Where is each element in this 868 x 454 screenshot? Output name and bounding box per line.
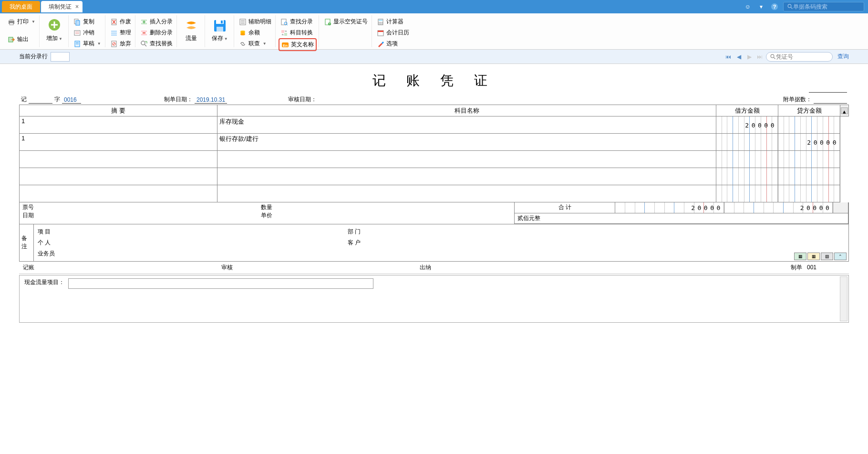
calculator-button[interactable]: 计算器: [375, 16, 411, 27]
cell-debit[interactable]: [716, 151, 778, 168]
svg-point-33: [240, 33, 245, 35]
coins-icon: [239, 29, 247, 37]
show-empty-button[interactable]: ?显示空凭证号: [322, 16, 370, 27]
search-list-icon: [280, 18, 288, 26]
en-icon: En: [281, 41, 289, 49]
svg-rect-38: [284, 33, 287, 36]
aux-detail-button[interactable]: 辅助明细: [237, 16, 273, 27]
balance-button[interactable]: 余额: [237, 27, 273, 38]
cell-credit[interactable]: [778, 151, 840, 168]
cell-credit[interactable]: [778, 116, 840, 134]
cell-debit[interactable]: [716, 134, 778, 151]
sub-header: 当前分录行 ⏮ ◀ ▶ ⏭ 查询: [0, 50, 868, 64]
empty-doc-icon: ?: [324, 18, 331, 26]
voucher-number[interactable]: 0016: [62, 96, 81, 104]
barcode-search[interactable]: [783, 2, 864, 11]
delete-row-icon: [140, 29, 148, 37]
svg-point-2: [788, 4, 791, 8]
cell-summary[interactable]: [20, 151, 217, 168]
print-button[interactable]: 打印▼: [6, 16, 37, 27]
save-icon: [212, 18, 227, 33]
query-link[interactable]: 查询: [837, 53, 849, 61]
cell-debit[interactable]: 20000: [716, 116, 778, 134]
mini-icon-3[interactable]: ▨: [821, 253, 833, 260]
mini-icon-4[interactable]: ⌃: [834, 253, 847, 260]
tab-desktop[interactable]: 我的桌面: [2, 1, 40, 12]
find-entry-button[interactable]: 查找分录: [279, 16, 317, 27]
copy-icon: [73, 18, 81, 26]
void-button[interactable]: 作废: [108, 16, 133, 27]
save-button[interactable]: 保存▼: [208, 16, 232, 44]
english-name-button[interactable]: En英文名称: [279, 38, 317, 51]
barcode-search-input[interactable]: [793, 3, 860, 10]
printer-icon: [8, 18, 15, 26]
svg-rect-53: [378, 31, 383, 32]
cashflow-label: 现金流量项目：: [24, 278, 64, 286]
cell-summary[interactable]: [20, 185, 217, 202]
cell-account[interactable]: [217, 151, 716, 168]
add-button[interactable]: 增加▼: [42, 16, 66, 44]
abandon-button[interactable]: 放弃: [108, 38, 133, 49]
draft-button[interactable]: 草稿▼: [72, 38, 103, 49]
nav-next-button[interactable]: ▶: [745, 53, 754, 61]
current-row-input[interactable]: [51, 52, 70, 62]
close-icon[interactable]: ×: [75, 3, 79, 10]
cell-summary[interactable]: 1: [20, 116, 217, 134]
void-icon: [110, 18, 118, 26]
calendar-button[interactable]: 会计日历: [375, 27, 411, 38]
acct-convert-button[interactable]: 科目转换: [279, 27, 317, 38]
nav-prev-button[interactable]: ◀: [734, 53, 743, 61]
table-row[interactable]: [20, 151, 849, 168]
cell-credit[interactable]: [778, 185, 840, 202]
cell-summary[interactable]: 1: [20, 134, 217, 151]
delete-entry-button[interactable]: 删除分录: [138, 27, 175, 38]
remark-box: 备注 项 目部 门 个 人客 户 业务员 ▦ ▦ ▨ ⌃: [19, 224, 849, 262]
voucher-area: 记 账 凭 证 记 字 0016 制单日期： 2019.10.31 审核日期： …: [0, 64, 868, 327]
remark-label: 备注: [20, 224, 34, 261]
nav-first-button[interactable]: ⏮: [724, 53, 733, 61]
cell-credit[interactable]: 20000: [778, 134, 840, 151]
tidy-button[interactable]: 整理: [108, 27, 133, 38]
cell-account[interactable]: 银行存款/建行: [217, 134, 716, 151]
table-row[interactable]: 1 库存现金 20000: [20, 116, 849, 134]
svg-rect-37: [281, 30, 284, 33]
flow-button[interactable]: 流量: [180, 16, 203, 44]
options-button[interactable]: 选项: [375, 38, 411, 49]
footer-row: 记账 审核 出纳 制单 001: [19, 262, 849, 274]
cell-summary[interactable]: [20, 168, 217, 185]
cashflow-input[interactable]: [68, 278, 373, 289]
cashflow-scrollbar[interactable]: [840, 276, 847, 321]
nav-last-button[interactable]: ⏭: [755, 53, 764, 61]
mini-icon-1[interactable]: ▦: [794, 253, 806, 260]
find-replace-button[interactable]: 查找替换: [138, 38, 175, 49]
copy-button[interactable]: 复制: [72, 16, 103, 27]
header-credit: 贷方金额: [778, 105, 840, 116]
insert-entry-button[interactable]: 插入分录: [138, 16, 175, 27]
make-date[interactable]: 2019.10.31: [195, 96, 227, 104]
tab-voucher[interactable]: 填制凭证×: [41, 1, 83, 12]
mini-icon-2[interactable]: ▦: [807, 253, 820, 260]
signature-line: [809, 85, 847, 93]
link-check-button[interactable]: 联查▼: [237, 38, 273, 49]
cell-account[interactable]: [217, 185, 716, 202]
cell-account[interactable]: [217, 168, 716, 185]
table-row[interactable]: 1 银行存款/建行 20000: [20, 134, 849, 151]
voucher-type-input[interactable]: [29, 103, 52, 104]
table-row[interactable]: [20, 185, 849, 202]
table-scrollbar[interactable]: ▴: [840, 105, 849, 116]
help-icon[interactable]: ?: [770, 2, 779, 11]
smile-icon[interactable]: ☺: [743, 2, 753, 11]
cell-debit[interactable]: [716, 185, 778, 202]
svg-point-49: [379, 23, 380, 24]
output-button[interactable]: 输出: [6, 34, 37, 45]
voucher-search[interactable]: [766, 52, 833, 62]
table-row[interactable]: [20, 168, 849, 185]
offset-button[interactable]: 冲销: [72, 27, 103, 38]
dropdown-icon[interactable]: ▾: [756, 2, 766, 11]
svg-rect-6: [10, 23, 13, 25]
attach-count[interactable]: [814, 103, 847, 104]
cell-credit[interactable]: [778, 168, 840, 185]
voucher-search-input[interactable]: [776, 53, 824, 60]
cell-account[interactable]: 库存现金: [217, 116, 716, 134]
cell-debit[interactable]: [716, 168, 778, 185]
